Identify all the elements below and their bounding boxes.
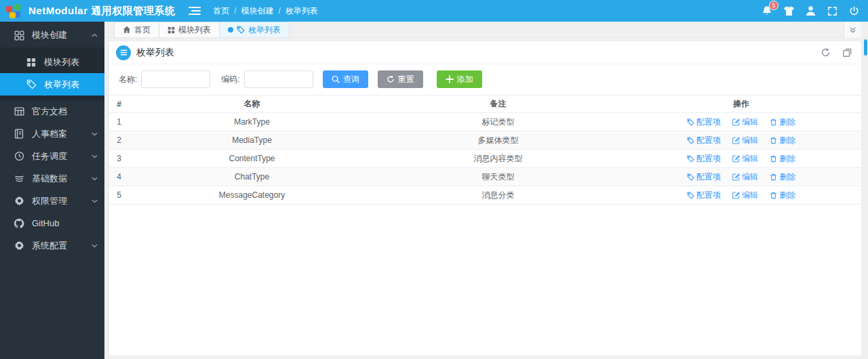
breadcrumb-separator: / — [234, 6, 236, 16]
breadcrumb-module-create[interactable]: 模块创建 — [241, 5, 274, 17]
delete-link[interactable]: 删除 — [770, 171, 795, 183]
tab-enum-list[interactable]: 枚举列表 — [219, 22, 290, 37]
code-label: 编码: — [221, 74, 239, 85]
sidebar-item-task-scheduler[interactable]: 任务调度 — [0, 145, 104, 167]
search-button[interactable]: 查询 — [323, 70, 368, 88]
sidebar-item-label: 枚举列表 — [44, 79, 98, 91]
sidebar-item-hr-archives[interactable]: 人事档案 — [0, 123, 104, 145]
table-row: 3 ContentType 消息内容类型 配置项 编辑 删除 — [109, 150, 861, 168]
user-account-icon[interactable] — [804, 5, 816, 17]
scrollbar-thumb[interactable] — [864, 39, 867, 56]
grid-filled-icon — [26, 57, 37, 68]
sidebar-item-system-config[interactable]: 系统配置 — [0, 234, 104, 257]
chevron-down-icon — [91, 154, 98, 159]
tab-label: 模块列表 — [178, 24, 211, 36]
list-circle-icon — [116, 45, 131, 60]
github-icon — [14, 218, 24, 229]
name-input[interactable] — [141, 70, 210, 88]
query-toolbar: 名称: 编码: 查询 重置 添加 — [109, 64, 861, 93]
tab-module-list[interactable]: 模块列表 — [159, 22, 220, 37]
topbar: NetModular 通用权限管理系统 首页 / 模块创建 / 枚举列表 5 — [0, 0, 868, 22]
notifications-bell-icon[interactable]: 5 — [761, 5, 773, 17]
cell-remark: 消息分类 — [375, 186, 621, 205]
edit-link[interactable]: 编辑 — [732, 190, 758, 201]
sidebar-item-permission-mgmt[interactable]: 权限管理 — [0, 190, 104, 212]
cell-name: MarkType — [129, 113, 375, 131]
chevron-down-icon — [91, 132, 98, 136]
name-label: 名称: — [119, 74, 137, 85]
cell-remark: 多媒体类型 — [375, 131, 621, 150]
breadcrumb-separator: / — [279, 6, 281, 16]
skin-theme-icon[interactable] — [783, 5, 795, 17]
sidebar-item-base-data[interactable]: 基础数据 — [0, 167, 104, 190]
edit-link[interactable]: 编辑 — [732, 135, 758, 146]
logout-power-icon[interactable] — [848, 5, 860, 17]
sidebar-item-module-list[interactable]: 模块列表 — [0, 51, 104, 73]
menu-toggle-icon[interactable] — [189, 6, 201, 16]
cell-name: MessageCategory — [129, 186, 375, 205]
sidebar-item-label: 模块创建 — [32, 29, 91, 41]
cell-index: 2 — [109, 131, 129, 150]
tag-icon — [26, 79, 37, 90]
sidebar-item-module-create[interactable]: 模块创建 — [0, 23, 104, 47]
enum-table: # 名称 备注 操作 1 MarkType 标记类型 配置项 编辑 — [109, 95, 861, 205]
config-items-link[interactable]: 配置项 — [687, 190, 721, 201]
card-fullscreen-icon[interactable] — [840, 45, 854, 60]
config-items-link[interactable]: 配置项 — [687, 153, 721, 165]
page-scrollbar — [864, 39, 868, 359]
breadcrumb-home[interactable]: 首页 — [213, 5, 229, 17]
sidebar-submenu-module-create: 模块列表 枚举列表 — [0, 47, 104, 100]
add-button[interactable]: 添加 — [437, 70, 482, 88]
sidebar-item-enum-list[interactable]: 枚举列表 — [0, 73, 104, 96]
col-remark: 备注 — [375, 96, 621, 113]
code-input[interactable] — [244, 70, 313, 88]
sidebar-item-label: 系统配置 — [32, 240, 91, 252]
chevron-up-icon — [91, 33, 98, 37]
gear-icon — [14, 240, 24, 251]
sidebar-item-label: 任务调度 — [32, 150, 91, 163]
delete-link[interactable]: 删除 — [770, 135, 795, 146]
cell-index: 1 — [109, 113, 129, 131]
edit-link[interactable]: 编辑 — [732, 153, 758, 165]
edit-link[interactable]: 编辑 — [732, 117, 758, 128]
cell-ops: 配置项 编辑 删除 — [621, 186, 861, 205]
card-header: 枚举列表 — [109, 41, 861, 64]
tab-label: 首页 — [134, 24, 151, 36]
layers-icon — [14, 173, 24, 184]
sidebar-item-label: 基础数据 — [32, 173, 91, 185]
config-items-link[interactable]: 配置项 — [687, 171, 721, 183]
cell-remark: 标记类型 — [375, 113, 621, 131]
cell-index: 3 — [109, 150, 129, 168]
home-icon — [123, 26, 131, 34]
delete-link[interactable]: 删除 — [770, 117, 795, 128]
config-items-link[interactable]: 配置项 — [687, 135, 721, 146]
grid-outline-icon — [14, 30, 24, 41]
grid-filled-icon — [167, 26, 175, 34]
document-icon — [14, 129, 24, 140]
table-header-row: # 名称 备注 操作 — [109, 96, 861, 113]
card-title: 枚举列表 — [136, 47, 174, 59]
config-items-link[interactable]: 配置项 — [687, 117, 721, 128]
edit-link[interactable]: 编辑 — [732, 171, 758, 183]
delete-link[interactable]: 删除 — [770, 153, 795, 165]
tab-home[interactable]: 首页 — [114, 22, 159, 37]
cell-ops: 配置项 编辑 删除 — [621, 168, 861, 186]
cell-name: ChatType — [129, 168, 375, 186]
fullscreen-icon[interactable] — [826, 5, 838, 17]
sidebar-item-official-docs[interactable]: 官方文档 — [0, 100, 104, 123]
chevron-down-icon — [91, 177, 98, 181]
sidebar-item-label: 人事档案 — [32, 128, 91, 140]
table-row: 5 MessageCategory 消息分类 配置项 编辑 删除 — [109, 186, 861, 205]
cell-ops: 配置项 编辑 删除 — [621, 113, 861, 131]
sidebar-item-label: 模块列表 — [44, 56, 98, 68]
main-area: 首页 模块列表 枚举列表 — [104, 22, 868, 359]
refresh-icon[interactable] — [818, 45, 833, 60]
sidebar-item-label: 官方文档 — [32, 106, 98, 118]
delete-link[interactable]: 删除 — [770, 190, 795, 201]
reset-button[interactable]: 重置 — [378, 70, 423, 88]
tag-icon — [237, 26, 245, 34]
sidebar-item-github[interactable]: GitHub — [0, 212, 104, 234]
cell-remark: 聊天类型 — [375, 168, 621, 186]
tabs-collapse-chevrons-icon[interactable] — [844, 22, 861, 38]
breadcrumb-enum-list[interactable]: 枚举列表 — [285, 5, 318, 17]
